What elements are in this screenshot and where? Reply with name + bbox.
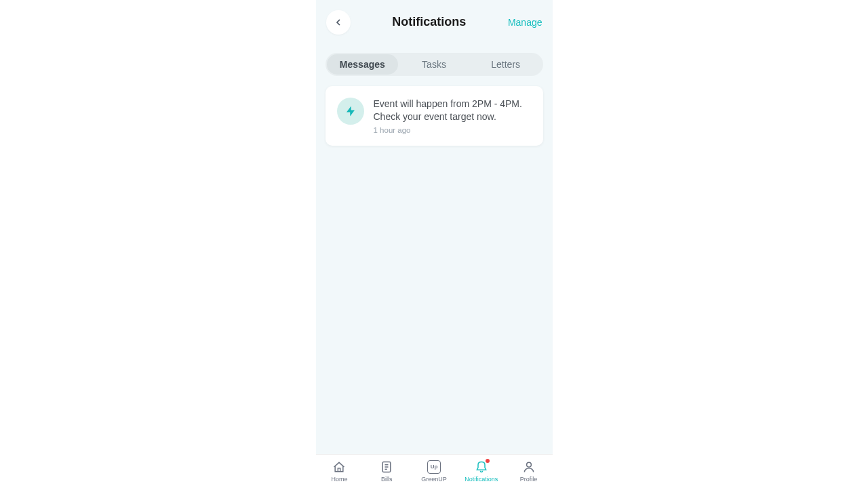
nav-label: Notifications bbox=[465, 476, 498, 483]
chevron-left-icon bbox=[333, 17, 344, 28]
bottom-nav: Home Bills Up GreenUP bbox=[316, 454, 553, 488]
nav-label: GreenUP bbox=[421, 476, 447, 483]
profile-icon bbox=[521, 460, 536, 474]
notification-badge bbox=[486, 459, 490, 463]
notification-icon-wrap bbox=[337, 98, 364, 125]
page-title: Notifications bbox=[392, 15, 466, 29]
tab-tasks[interactable]: Tasks bbox=[398, 54, 470, 75]
notification-time: 1 hour ago bbox=[374, 126, 532, 134]
nav-profile[interactable]: Profile bbox=[505, 460, 553, 483]
bills-icon bbox=[379, 460, 394, 474]
greenup-icon: Up bbox=[427, 460, 441, 474]
nav-label: Bills bbox=[381, 476, 393, 483]
app-screen: Notifications Manage Messages Tasks Lett… bbox=[316, 0, 553, 488]
notification-card[interactable]: Event will happen from 2PM - 4PM. Check … bbox=[326, 86, 543, 146]
nav-label: Profile bbox=[520, 476, 538, 483]
nav-bills[interactable]: Bills bbox=[363, 460, 410, 483]
tab-messages[interactable]: Messages bbox=[327, 54, 399, 75]
notification-text: Event will happen from 2PM - 4PM. Check … bbox=[374, 98, 532, 123]
nav-notifications[interactable]: Notifications bbox=[458, 460, 505, 483]
tab-letters[interactable]: Letters bbox=[470, 54, 542, 75]
nav-home[interactable]: Home bbox=[316, 460, 363, 483]
svg-point-4 bbox=[526, 462, 531, 467]
back-button[interactable] bbox=[326, 10, 351, 35]
tab-bar: Messages Tasks Letters bbox=[326, 53, 543, 76]
flash-icon bbox=[344, 105, 357, 117]
nav-label: Home bbox=[331, 476, 347, 483]
nav-greenup[interactable]: Up GreenUP bbox=[410, 460, 458, 483]
manage-link[interactable]: Manage bbox=[508, 17, 542, 28]
home-icon bbox=[332, 460, 347, 474]
header: Notifications Manage bbox=[316, 0, 553, 44]
notification-content: Event will happen from 2PM - 4PM. Check … bbox=[374, 98, 532, 134]
bell-icon bbox=[474, 460, 489, 474]
